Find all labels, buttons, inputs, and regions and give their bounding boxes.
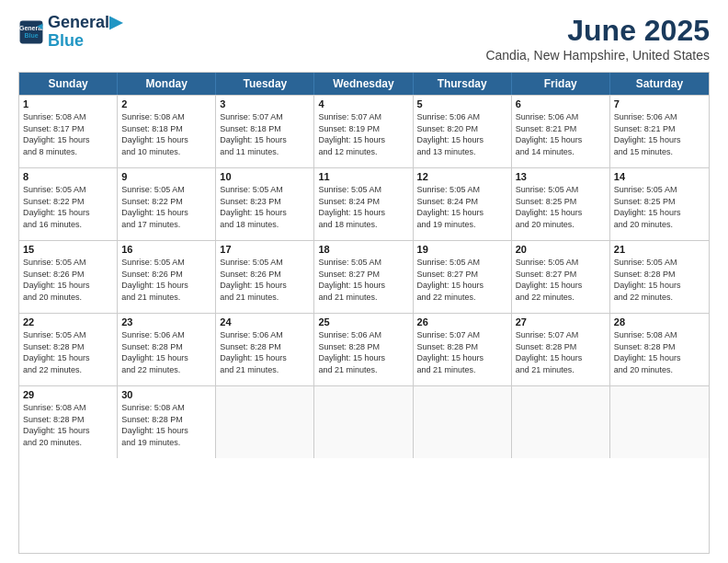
cal-cell-1-6: 14Sunrise: 5:05 AM Sunset: 8:25 PM Dayli… xyxy=(610,168,709,240)
day-number: 29 xyxy=(23,389,113,400)
day-number: 24 xyxy=(220,316,310,327)
day-number: 21 xyxy=(614,244,705,255)
day-number: 16 xyxy=(121,244,211,255)
day-number: 20 xyxy=(516,244,606,255)
cal-cell-3-2: 24Sunrise: 5:06 AM Sunset: 8:28 PM Dayli… xyxy=(216,314,314,385)
logo-text: General▶ Blue xyxy=(48,14,122,51)
day-info: Sunrise: 5:06 AM Sunset: 8:28 PM Dayligh… xyxy=(318,329,408,375)
weekday-friday: Friday xyxy=(512,73,610,95)
day-info: Sunrise: 5:05 AM Sunset: 8:22 PM Dayligh… xyxy=(23,184,113,230)
cal-cell-4-4 xyxy=(414,386,512,458)
day-info: Sunrise: 5:08 AM Sunset: 8:28 PM Dayligh… xyxy=(614,329,705,375)
day-number: 6 xyxy=(516,98,606,109)
weekday-saturday: Saturday xyxy=(610,73,709,95)
calendar-row-3: 22Sunrise: 5:05 AM Sunset: 8:28 PM Dayli… xyxy=(19,313,709,385)
day-number: 23 xyxy=(121,316,211,327)
weekday-monday: Monday xyxy=(118,73,216,95)
cal-cell-1-5: 13Sunrise: 5:05 AM Sunset: 8:25 PM Dayli… xyxy=(512,168,610,240)
cal-cell-2-0: 15Sunrise: 5:05 AM Sunset: 8:26 PM Dayli… xyxy=(19,241,118,313)
day-number: 7 xyxy=(614,98,705,109)
day-info: Sunrise: 5:08 AM Sunset: 8:17 PM Dayligh… xyxy=(23,111,113,157)
cal-cell-3-5: 27Sunrise: 5:07 AM Sunset: 8:28 PM Dayli… xyxy=(512,314,610,385)
day-number: 27 xyxy=(516,316,606,327)
day-number: 22 xyxy=(23,316,113,327)
day-number: 2 xyxy=(121,98,211,109)
day-info: Sunrise: 5:05 AM Sunset: 8:28 PM Dayligh… xyxy=(23,329,113,375)
calendar-row-0: 1Sunrise: 5:08 AM Sunset: 8:17 PM Daylig… xyxy=(19,95,709,167)
cal-cell-1-2: 10Sunrise: 5:05 AM Sunset: 8:23 PM Dayli… xyxy=(216,168,314,240)
cal-cell-4-1: 30Sunrise: 5:08 AM Sunset: 8:28 PM Dayli… xyxy=(118,386,216,458)
day-info: Sunrise: 5:05 AM Sunset: 8:26 PM Dayligh… xyxy=(220,257,310,303)
cal-cell-2-4: 19Sunrise: 5:05 AM Sunset: 8:27 PM Dayli… xyxy=(414,241,512,313)
day-number: 15 xyxy=(23,244,113,255)
day-number: 30 xyxy=(121,389,211,400)
day-info: Sunrise: 5:05 AM Sunset: 8:25 PM Dayligh… xyxy=(516,184,606,230)
month-title: June 2025 xyxy=(485,14,710,48)
cal-cell-0-4: 5Sunrise: 5:06 AM Sunset: 8:20 PM Daylig… xyxy=(414,96,512,167)
weekday-thursday: Thursday xyxy=(414,73,512,95)
day-info: Sunrise: 5:05 AM Sunset: 8:24 PM Dayligh… xyxy=(318,184,408,230)
cal-cell-3-4: 26Sunrise: 5:07 AM Sunset: 8:28 PM Dayli… xyxy=(414,314,512,385)
day-info: Sunrise: 5:08 AM Sunset: 8:28 PM Dayligh… xyxy=(23,402,113,448)
day-number: 12 xyxy=(417,171,507,182)
day-info: Sunrise: 5:05 AM Sunset: 8:22 PM Dayligh… xyxy=(121,184,211,230)
calendar-body: 1Sunrise: 5:08 AM Sunset: 8:17 PM Daylig… xyxy=(19,95,709,458)
day-info: Sunrise: 5:06 AM Sunset: 8:21 PM Dayligh… xyxy=(516,111,606,157)
day-info: Sunrise: 5:07 AM Sunset: 8:28 PM Dayligh… xyxy=(417,329,507,375)
cal-cell-2-2: 17Sunrise: 5:05 AM Sunset: 8:26 PM Dayli… xyxy=(216,241,314,313)
logo: General Blue General▶ Blue xyxy=(18,14,122,51)
cal-cell-4-5 xyxy=(512,386,610,458)
day-number: 19 xyxy=(417,244,507,255)
day-info: Sunrise: 5:06 AM Sunset: 8:21 PM Dayligh… xyxy=(614,111,705,157)
cal-cell-4-2 xyxy=(216,386,314,458)
cal-cell-3-1: 23Sunrise: 5:06 AM Sunset: 8:28 PM Dayli… xyxy=(118,314,216,385)
day-info: Sunrise: 5:07 AM Sunset: 8:28 PM Dayligh… xyxy=(516,329,606,375)
cal-cell-2-1: 16Sunrise: 5:05 AM Sunset: 8:26 PM Dayli… xyxy=(118,241,216,313)
day-number: 10 xyxy=(220,171,310,182)
day-number: 14 xyxy=(614,171,705,182)
weekday-sunday: Sunday xyxy=(19,73,118,95)
cal-cell-0-3: 4Sunrise: 5:07 AM Sunset: 8:19 PM Daylig… xyxy=(314,96,413,167)
location: Candia, New Hampshire, United States xyxy=(485,48,710,63)
cal-cell-0-5: 6Sunrise: 5:06 AM Sunset: 8:21 PM Daylig… xyxy=(512,96,610,167)
cal-cell-2-6: 21Sunrise: 5:05 AM Sunset: 8:28 PM Dayli… xyxy=(610,241,709,313)
day-info: Sunrise: 5:06 AM Sunset: 8:20 PM Dayligh… xyxy=(417,111,507,157)
cal-cell-1-1: 9Sunrise: 5:05 AM Sunset: 8:22 PM Daylig… xyxy=(118,168,216,240)
day-number: 17 xyxy=(220,244,310,255)
day-number: 8 xyxy=(23,171,113,182)
header: General Blue General▶ Blue June 2025 Can… xyxy=(18,14,710,63)
day-number: 18 xyxy=(318,244,408,255)
calendar-row-2: 15Sunrise: 5:05 AM Sunset: 8:26 PM Dayli… xyxy=(19,240,709,313)
cal-cell-2-5: 20Sunrise: 5:05 AM Sunset: 8:27 PM Dayli… xyxy=(512,241,610,313)
calendar-row-4: 29Sunrise: 5:08 AM Sunset: 8:28 PM Dayli… xyxy=(19,385,709,458)
cal-cell-1-4: 12Sunrise: 5:05 AM Sunset: 8:24 PM Dayli… xyxy=(414,168,512,240)
day-number: 1 xyxy=(23,98,113,109)
cal-cell-3-3: 25Sunrise: 5:06 AM Sunset: 8:28 PM Dayli… xyxy=(314,314,413,385)
day-info: Sunrise: 5:05 AM Sunset: 8:26 PM Dayligh… xyxy=(121,257,211,303)
calendar: Sunday Monday Tuesday Wednesday Thursday… xyxy=(18,72,710,554)
cal-cell-4-0: 29Sunrise: 5:08 AM Sunset: 8:28 PM Dayli… xyxy=(19,386,118,458)
day-number: 13 xyxy=(516,171,606,182)
day-number: 28 xyxy=(614,316,705,327)
cal-cell-2-3: 18Sunrise: 5:05 AM Sunset: 8:27 PM Dayli… xyxy=(314,241,413,313)
weekday-tuesday: Tuesday xyxy=(216,73,314,95)
day-info: Sunrise: 5:08 AM Sunset: 8:28 PM Dayligh… xyxy=(121,402,211,448)
cal-cell-4-3 xyxy=(314,386,413,458)
calendar-header: Sunday Monday Tuesday Wednesday Thursday… xyxy=(19,73,709,95)
cal-cell-0-2: 3Sunrise: 5:07 AM Sunset: 8:18 PM Daylig… xyxy=(216,96,314,167)
logo-icon: General Blue xyxy=(18,19,44,45)
day-number: 5 xyxy=(417,98,507,109)
weekday-wednesday: Wednesday xyxy=(314,73,413,95)
cal-cell-0-1: 2Sunrise: 5:08 AM Sunset: 8:18 PM Daylig… xyxy=(118,96,216,167)
title-block: June 2025 Candia, New Hampshire, United … xyxy=(485,14,710,63)
day-info: Sunrise: 5:07 AM Sunset: 8:19 PM Dayligh… xyxy=(318,111,408,157)
day-number: 11 xyxy=(318,171,408,182)
cal-cell-0-0: 1Sunrise: 5:08 AM Sunset: 8:17 PM Daylig… xyxy=(19,96,118,167)
day-number: 4 xyxy=(318,98,408,109)
day-number: 25 xyxy=(318,316,408,327)
day-info: Sunrise: 5:05 AM Sunset: 8:27 PM Dayligh… xyxy=(417,257,507,303)
cal-cell-3-6: 28Sunrise: 5:08 AM Sunset: 8:28 PM Dayli… xyxy=(610,314,709,385)
cal-cell-1-3: 11Sunrise: 5:05 AM Sunset: 8:24 PM Dayli… xyxy=(314,168,413,240)
day-info: Sunrise: 5:06 AM Sunset: 8:28 PM Dayligh… xyxy=(121,329,211,375)
day-info: Sunrise: 5:08 AM Sunset: 8:18 PM Dayligh… xyxy=(121,111,211,157)
